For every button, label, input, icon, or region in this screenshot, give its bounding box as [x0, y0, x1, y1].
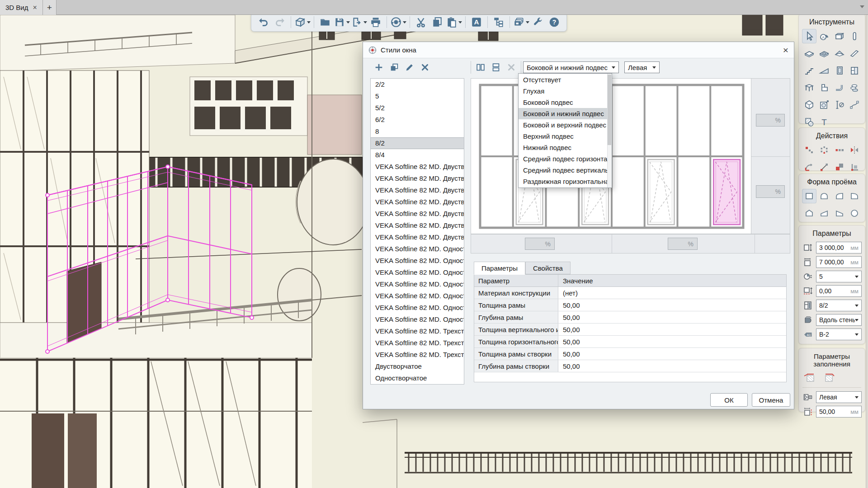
split-vertical-button[interactable] [473, 60, 488, 75]
sash-count-select[interactable]: 5 [816, 271, 862, 282]
shape-rectangle-icon[interactable] [802, 189, 816, 203]
right-width-percent-input[interactable]: % [668, 238, 698, 250]
select-tool-icon[interactable] [802, 29, 816, 43]
measure-style-tool-icon[interactable]: A [817, 29, 831, 43]
style-list-item[interactable]: VEKA Softline 82 MD. Одностворчат [371, 302, 464, 314]
dropdown-option[interactable]: Нижний подвес [519, 142, 607, 153]
style-list-item[interactable]: VEKA Softline 82 MD. Одностворчат [371, 290, 464, 302]
elevation-input[interactable]: 0,00мм [816, 285, 862, 297]
move-by-point-action-icon[interactable] [817, 160, 831, 174]
style-list-item[interactable]: 2/2 [371, 79, 464, 90]
dropdown-option[interactable]: Боковой и верхний подвес [519, 119, 607, 131]
style-list-item[interactable]: VEKA Softline 82 MD. Одностворчат [371, 278, 464, 290]
remove-split-button-disabled[interactable] [504, 60, 519, 75]
dropdown-scrollbar[interactable] [607, 74, 612, 188]
param-value-cell[interactable]: (нет) [558, 287, 786, 299]
sill-inner-icon[interactable] [822, 371, 836, 383]
style-list-item[interactable]: 8/2 [371, 137, 464, 149]
style-list-item[interactable]: 6/2 [371, 114, 464, 126]
style-list-item[interactable]: 8 [371, 126, 464, 137]
sill-outer-icon[interactable] [803, 371, 817, 383]
tools-wrench-icon[interactable] [530, 14, 546, 30]
ramp-tool-icon[interactable] [817, 63, 831, 78]
cancel-button[interactable]: Отмена [752, 393, 790, 407]
frame-offset-input[interactable]: 50,00мм [816, 406, 862, 418]
dialog-title-bar[interactable]: Стили окна × [363, 42, 794, 58]
param-value-cell[interactable]: 50,00 [558, 299, 786, 311]
orbit-caret[interactable] [403, 21, 406, 25]
assembly-tool-icon[interactable] [817, 98, 831, 112]
param-value-cell[interactable]: 50,00 [558, 360, 786, 372]
tab-properties[interactable]: Свойства [525, 262, 571, 274]
shape-arch-icon[interactable] [817, 189, 831, 203]
dropdown-option[interactable]: Боковой подвес [519, 97, 607, 108]
dropdown-option[interactable]: Боковой и нижний подвес [519, 108, 607, 119]
element-tool-icon[interactable] [802, 98, 816, 112]
dimension-tool-icon[interactable] [832, 98, 847, 112]
bottom-row-height-percent-input[interactable]: % [756, 185, 785, 198]
shape-arc-right-icon[interactable] [847, 189, 862, 203]
style-list-item[interactable]: VEKA Softline 82 MD. Трехстворчат [371, 337, 464, 349]
ok-button[interactable]: ОК [710, 393, 748, 407]
stairs-tool-icon[interactable] [802, 63, 816, 78]
param-value-cell[interactable]: 50,00 [558, 348, 786, 360]
shape-pentagon-icon[interactable] [802, 206, 816, 221]
object-structure-icon[interactable] [491, 14, 506, 30]
pipe-tool-icon[interactable] [832, 80, 847, 95]
style-list-item[interactable]: 5 [371, 90, 464, 102]
dropdown-option[interactable]: Раздвижная горизонтальная [519, 176, 607, 187]
width-input[interactable]: 7 000,00мм [816, 256, 862, 268]
style-list-item[interactable]: 8/4 [371, 149, 464, 161]
view-cube-caret[interactable] [307, 21, 311, 25]
orbit-icon[interactable] [390, 14, 406, 30]
undo-icon[interactable] [256, 14, 271, 30]
rotate-action-icon[interactable] [802, 160, 816, 174]
dropdown-option[interactable]: Средний подвес вертикальный [519, 164, 607, 176]
style-list-item[interactable]: VEKA Softline 82 MD. Одностворчат [371, 255, 464, 267]
mirror-action-icon[interactable] [847, 143, 862, 157]
dialog-close-icon[interactable]: × [783, 45, 788, 55]
style-list-item[interactable]: VEKA Softline 82 MD. Двустворчато [371, 220, 464, 231]
export-icon[interactable] [351, 14, 367, 30]
style-list-item[interactable]: VEKA Softline 82 MD. Одностворчат [371, 314, 464, 325]
style-list-item[interactable]: VEKA Softline 82 MD. Двустворчато [371, 196, 464, 208]
move-action-icon[interactable] [802, 143, 816, 157]
save-icon[interactable] [334, 14, 350, 30]
roof-tool-icon[interactable] [832, 46, 847, 61]
edit-style-button[interactable] [402, 60, 417, 75]
view-cube-icon[interactable] [294, 14, 311, 30]
shape-circle-icon[interactable] [847, 206, 862, 221]
text-style-icon[interactable]: A [469, 14, 484, 30]
spline-tool-icon[interactable] [847, 98, 862, 112]
beam-tool-icon[interactable] [847, 46, 862, 61]
floor-tool-icon[interactable] [802, 46, 816, 61]
dropdown-option[interactable]: Глухая [519, 85, 607, 97]
equipment-tool-icon[interactable] [847, 80, 862, 95]
scale-action-icon[interactable] [832, 160, 847, 174]
style-list-item[interactable]: VEKA Softline 82 MD. Двустворчато [371, 208, 464, 220]
new-tab-button[interactable]: + [43, 0, 57, 15]
dropdown-option[interactable]: Верхний подвес [519, 131, 607, 142]
param-value-cell[interactable]: 50,00 [558, 311, 786, 323]
param-value-cell[interactable]: 50,00 [558, 336, 786, 347]
cut-icon[interactable] [413, 14, 429, 30]
style-list-item[interactable]: VEKA Softline 82 MD. Одностворчат [371, 267, 464, 278]
paste-icon[interactable] [446, 14, 462, 30]
height-input[interactable]: 3 000,00мм [816, 242, 862, 253]
style-list-item[interactable]: VEKA Softline 82 MD. Двустворчато [371, 231, 464, 243]
tab-parameters[interactable]: Параметры [474, 262, 525, 275]
tab-3d-view[interactable]: 3D Вид × [0, 0, 43, 15]
style-list-item[interactable]: 5/2 [371, 102, 464, 114]
placement-select[interactable]: Вдоль стены [816, 314, 862, 326]
help-icon[interactable]: ? [547, 14, 562, 30]
mark-select[interactable]: В-2 [816, 328, 862, 340]
paste-caret[interactable] [458, 21, 462, 25]
left-width-percent-input[interactable]: % [525, 238, 555, 250]
circular-array-action-icon[interactable] [817, 143, 831, 157]
export-caret[interactable] [363, 21, 367, 25]
style-list-item[interactable]: VEKA Softline 82 MD. Трехстворчат [371, 325, 464, 337]
offset-action-icon[interactable] [847, 160, 862, 174]
opening-type-combobox[interactable]: Боковой и нижний подвес [523, 61, 619, 73]
window-style-select[interactable]: 8/2 [816, 300, 862, 311]
shape-slope-left-icon[interactable] [832, 206, 847, 221]
